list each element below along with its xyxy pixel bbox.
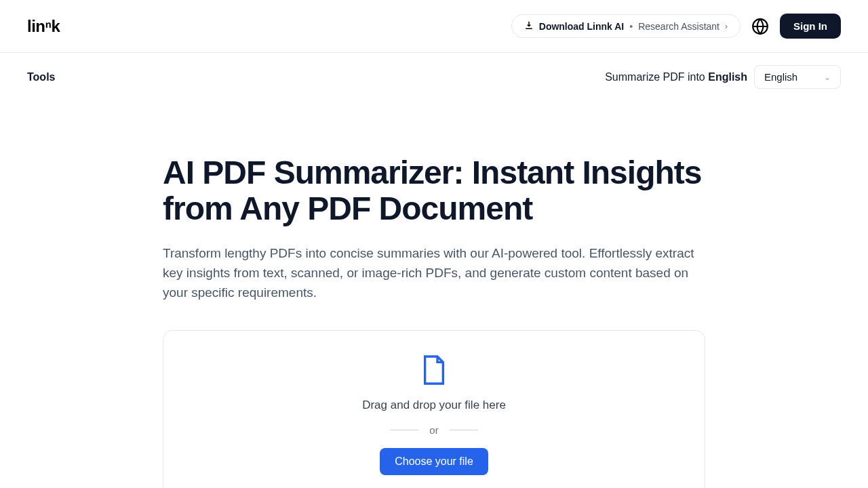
page-title: AI PDF Summarizer: Instant Insights from… (163, 155, 705, 227)
chevron-right-icon: › (725, 22, 728, 31)
signin-button[interactable]: Sign In (780, 14, 841, 39)
summarize-into-label: Summarize PDF into English (605, 71, 747, 83)
drag-drop-text: Drag and drop your file here (362, 399, 506, 412)
tools-link[interactable]: Tools (27, 71, 55, 83)
or-divider: or (390, 424, 477, 436)
download-label: Download Linnk AI (539, 21, 624, 32)
separator-dot: • (629, 21, 633, 32)
choose-file-button[interactable]: Choose your file (380, 448, 488, 475)
logo[interactable]: linⁿk (27, 17, 60, 36)
download-research-pill[interactable]: Download Linnk AI • Research Assistant › (511, 14, 741, 38)
page-subtitle: Transform lengthy PDFs into concise summ… (163, 243, 705, 303)
download-icon (524, 20, 534, 32)
file-icon (420, 354, 448, 386)
chevron-down-icon: ⌄ (824, 73, 831, 82)
language-selected-value: English (764, 71, 797, 83)
research-assistant-label: Research Assistant (638, 21, 719, 32)
language-select[interactable]: English ⌄ (754, 65, 841, 89)
file-dropzone[interactable]: Drag and drop your file here or Choose y… (163, 330, 705, 488)
globe-icon[interactable] (751, 18, 769, 35)
